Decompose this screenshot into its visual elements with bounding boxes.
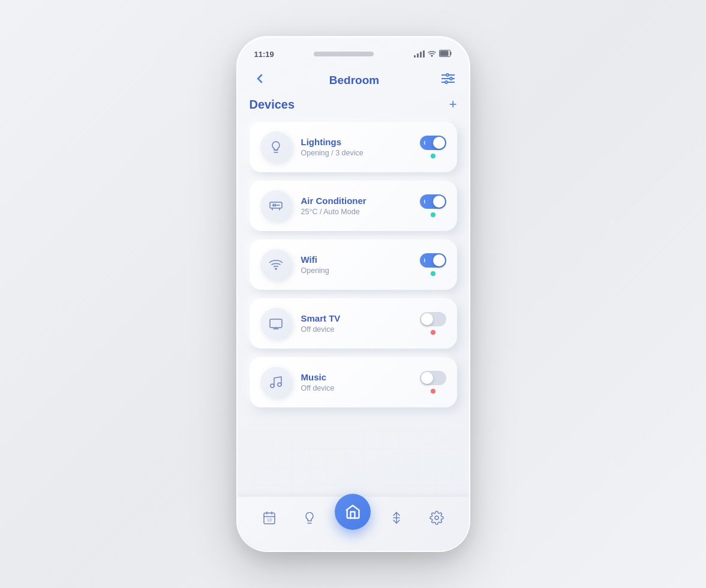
toggle-thumb (433, 137, 445, 149)
content-area: Devices + Lightings Opening / 3 device (238, 97, 469, 491)
svg-point-1 (431, 55, 432, 56)
lightings-info: Lightings Opening / 3 device (301, 137, 420, 157)
calendar-icon: 13 (262, 511, 277, 525)
svg-point-25 (278, 383, 281, 386)
battery-icon (439, 50, 452, 58)
status-notch (314, 52, 374, 56)
device-card-music[interactable]: Music Off device (250, 357, 457, 407)
signal-icon (414, 50, 425, 58)
device-card-ac[interactable]: Air Conditioner 25°C / Auto Mode I (250, 181, 457, 231)
gear-icon (429, 511, 444, 525)
lightings-icon-wrap (260, 131, 292, 163)
tv-toggle[interactable] (420, 312, 446, 326)
ac-status: 25°C / Auto Mode (301, 208, 420, 216)
wifi-icon-wrap (260, 249, 292, 280)
tv-controls (420, 312, 446, 335)
wifi-name: Wifi (301, 254, 420, 265)
music-name: Music (301, 372, 420, 382)
wifi-status: Opening (301, 266, 420, 275)
music-info: Music Off device (301, 372, 420, 392)
music-toggle[interactable] (420, 371, 446, 385)
device-card-lightings[interactable]: Lightings Opening / 3 device I (250, 122, 457, 172)
svg-point-12 (445, 81, 447, 83)
status-time: 11:19 (254, 50, 274, 59)
svg-point-20 (275, 268, 277, 269)
tv-name: Smart TV (301, 313, 420, 323)
lightings-controls: I (420, 136, 446, 158)
back-button[interactable] (252, 71, 268, 89)
tv-icon (269, 316, 283, 331)
toggle-thumb (433, 196, 445, 208)
ac-icon-wrap (260, 190, 292, 221)
lightings-name: Lightings (301, 137, 420, 147)
tv-dot (431, 330, 435, 335)
tv-status: Off device (301, 325, 420, 334)
wifi-controls: I (420, 253, 446, 276)
devices-label: Devices (250, 98, 295, 112)
music-icon-wrap (260, 367, 292, 398)
music-icon (269, 375, 283, 389)
ac-toggle[interactable]: I (420, 194, 446, 209)
bottom-nav: 13 (238, 497, 469, 551)
toggle-label: I (424, 257, 426, 263)
toggle-label: I (424, 199, 426, 205)
toggle-thumb (421, 372, 433, 384)
chart-icon (389, 511, 404, 525)
nav-item-bulb[interactable] (295, 506, 324, 530)
device-card-tv[interactable]: Smart TV Off device (250, 298, 457, 349)
ac-controls: I (420, 194, 446, 217)
nav-item-calendar[interactable]: 13 (255, 506, 284, 530)
phone-wrapper: 11:19 (236, 36, 470, 552)
svg-point-9 (450, 77, 452, 80)
svg-rect-3 (440, 51, 448, 56)
status-icons (414, 50, 452, 58)
svg-point-33 (435, 516, 438, 520)
music-status: Off device (301, 384, 420, 392)
svg-point-24 (271, 384, 274, 388)
wifi-toggle[interactable]: I (420, 253, 446, 268)
lightings-toggle[interactable]: I (420, 136, 446, 150)
nav-item-chart[interactable] (382, 506, 411, 530)
app-header: Bedroom (238, 66, 469, 97)
home-icon (344, 503, 361, 520)
toggle-label: I (424, 140, 426, 146)
lightbulb-icon (269, 140, 283, 154)
add-device-button[interactable]: + (449, 97, 457, 112)
ac-icon (269, 199, 283, 213)
ac-dot (431, 212, 435, 217)
page-title: Bedroom (329, 74, 379, 87)
wifi-status-icon (428, 50, 436, 58)
device-card-wifi[interactable]: Wifi Opening I (250, 239, 457, 290)
tv-icon-wrap (260, 308, 292, 339)
wifi-dot (431, 271, 435, 276)
status-bar: 11:19 (238, 37, 469, 66)
svg-text:13: 13 (267, 518, 272, 522)
svg-point-6 (446, 74, 449, 76)
music-dot (431, 389, 435, 394)
svg-rect-21 (270, 319, 282, 328)
devices-header: Devices + (250, 97, 457, 112)
tv-info: Smart TV Off device (301, 313, 420, 334)
toggle-thumb (433, 254, 445, 266)
wifi-info: Wifi Opening (301, 254, 420, 275)
nav-item-settings[interactable] (422, 506, 451, 530)
toggle-thumb (421, 313, 433, 325)
wifi-icon (269, 257, 283, 272)
ac-name: Air Conditioner (301, 196, 420, 206)
nav-home-button[interactable] (335, 494, 371, 530)
lightings-dot (431, 154, 435, 158)
nav-bulb-icon (302, 511, 317, 525)
phone-body: 11:19 (236, 36, 470, 552)
settings-icon[interactable] (441, 73, 455, 87)
lightings-status: Opening / 3 device (301, 149, 420, 157)
ac-info: Air Conditioner 25°C / Auto Mode (301, 196, 420, 216)
music-controls (420, 371, 446, 394)
